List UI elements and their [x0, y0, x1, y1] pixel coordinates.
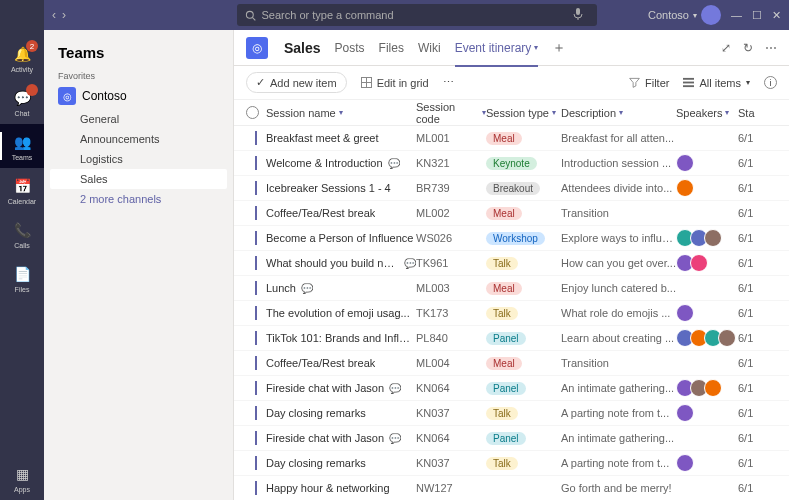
channel-2-more-channels[interactable]: 2 more channels	[44, 189, 233, 209]
add-new-item-button[interactable]: ✓ Add new item	[246, 72, 347, 93]
minimize-button[interactable]: —	[731, 9, 742, 21]
table-row[interactable]: Happy hour & networking NW127 Go forth a…	[234, 476, 789, 500]
session-type-pill: Meal	[486, 207, 522, 220]
search-input[interactable]: Search or type a command	[237, 4, 597, 26]
cmd-more-icon[interactable]: ⋯	[443, 76, 455, 89]
table-row[interactable]: Coffee/Tea/Rest break ML002 Meal Transit…	[234, 201, 789, 226]
channel-logistics[interactable]: Logistics	[44, 149, 233, 169]
search-icon	[245, 10, 256, 21]
mic-icon[interactable]	[573, 8, 589, 22]
col-session-type[interactable]: Session type▾	[486, 107, 561, 119]
filter-button[interactable]: Filter	[629, 77, 669, 89]
speakers-cell	[676, 179, 738, 197]
start-date: 6/1	[738, 382, 777, 394]
column-headers: Session name▾ Session code▾ Session type…	[234, 100, 789, 126]
session-name: Day closing remarks	[266, 407, 366, 419]
table-row[interactable]: Day closing remarks KN037 Talk A parting…	[234, 401, 789, 426]
channel-title: Sales	[284, 40, 321, 56]
org-switcher[interactable]: Contoso ▾	[648, 5, 721, 25]
chevron-down-icon: ▾	[746, 78, 750, 87]
avatar	[701, 5, 721, 25]
rail-item-apps[interactable]: ▦Apps	[0, 456, 44, 500]
session-name: Happy hour & networking	[266, 482, 390, 494]
session-name: Day closing remarks	[266, 457, 366, 469]
col-speakers[interactable]: Speakers▾	[676, 107, 738, 119]
description: Breakfast for all atten...	[561, 132, 676, 144]
search-placeholder: Search or type a command	[262, 9, 394, 21]
expand-icon[interactable]: ⤢	[721, 41, 731, 55]
edit-in-grid-button[interactable]: Edit in grid	[361, 77, 429, 89]
table-row[interactable]: Become a Person of Influence WS026 Works…	[234, 226, 789, 251]
start-date: 6/1	[738, 332, 777, 344]
tab-wiki[interactable]: Wiki	[418, 39, 441, 57]
filter-icon	[629, 77, 640, 88]
start-date: 6/1	[738, 282, 777, 294]
session-code: KN037	[416, 457, 486, 469]
rail-item-activity[interactable]: 🔔Activity2	[0, 36, 44, 80]
svg-line-1	[252, 17, 255, 20]
rail-item-teams[interactable]: 👥Teams	[0, 124, 44, 168]
table-row[interactable]: The evolution of emoji usag... TK173 Tal…	[234, 301, 789, 326]
rail-label: Calendar	[8, 198, 36, 205]
channel-sales[interactable]: Sales	[50, 169, 227, 189]
refresh-icon[interactable]: ↻	[743, 41, 753, 55]
session-code: NW127	[416, 482, 486, 494]
command-bar: ✓ Add new item Edit in grid ⋯ Filter All…	[234, 66, 789, 100]
team-header[interactable]: ◎ Contoso	[44, 83, 233, 109]
nav-forward-icon[interactable]: ›	[62, 8, 66, 22]
comment-icon: 💬	[404, 258, 416, 269]
nav-back-icon[interactable]: ‹	[52, 8, 56, 22]
table-row[interactable]: Day closing remarks KN037 Talk A parting…	[234, 451, 789, 476]
filter-label: Filter	[645, 77, 669, 89]
rail-item-calls[interactable]: 📞Calls	[0, 212, 44, 256]
session-type-pill: Breakout	[486, 182, 540, 195]
table-row[interactable]: Lunch💬 ML003 Meal Enjoy lunch catered b.…	[234, 276, 789, 301]
session-name: Coffee/Tea/Rest break	[266, 357, 375, 369]
main-content: ◎ Sales Posts Files Wiki Event itinerary…	[234, 30, 789, 500]
col-session-code[interactable]: Session code▾	[416, 101, 486, 125]
col-description[interactable]: Description▾	[561, 107, 676, 119]
tab-posts[interactable]: Posts	[335, 39, 365, 57]
table-row[interactable]: Fireside chat with Jason💬 KN064 Panel An…	[234, 376, 789, 401]
maximize-button[interactable]: ☐	[752, 9, 762, 22]
session-type-pill: Panel	[486, 432, 526, 445]
avatar	[690, 254, 708, 272]
svg-rect-4	[683, 82, 694, 84]
row-marker	[255, 431, 257, 445]
rail-item-calendar[interactable]: 📅Calendar	[0, 168, 44, 212]
rail-item-chat[interactable]: 💬Chat	[0, 80, 44, 124]
view-switcher[interactable]: All items ▾	[683, 77, 750, 89]
channel-general[interactable]: General	[44, 109, 233, 129]
col-start[interactable]: Sta	[738, 107, 777, 119]
session-code: WS026	[416, 232, 486, 244]
table-row[interactable]: Fireside chat with Jason💬 KN064 Panel An…	[234, 426, 789, 451]
session-type-pill: Panel	[486, 332, 526, 345]
col-session-name[interactable]: Session name▾	[266, 107, 416, 119]
add-tab-button[interactable]: ＋	[552, 39, 566, 57]
session-name: The evolution of emoji usag...	[266, 307, 410, 319]
table-row[interactable]: Icebreaker Sessions 1 - 4 BR739 Breakout…	[234, 176, 789, 201]
table-row[interactable]: TikTok 101: Brands and Influe... PL840 P…	[234, 326, 789, 351]
info-icon[interactable]: i	[764, 76, 777, 89]
all-items-label: All items	[699, 77, 741, 89]
titlebar: ‹ › Search or type a command Contoso ▾ —…	[44, 0, 789, 30]
session-name: Icebreaker Sessions 1 - 4	[266, 182, 391, 194]
files-icon: 📄	[12, 264, 32, 284]
table-row[interactable]: Welcome & Introduction💬 KN321 Keynote In…	[234, 151, 789, 176]
tab-event-itinerary[interactable]: Event itinerary ▾	[455, 39, 539, 57]
more-icon[interactable]: ⋯	[765, 41, 777, 55]
tab-files[interactable]: Files	[379, 39, 404, 57]
rail-label: Activity	[11, 66, 33, 73]
rail-item-files[interactable]: 📄Files	[0, 256, 44, 300]
avatar	[704, 229, 722, 247]
table-row[interactable]: Breakfast meet & greet ML001 Meal Breakf…	[234, 126, 789, 151]
comment-icon: 💬	[301, 283, 313, 294]
select-all[interactable]	[246, 106, 259, 119]
table-row[interactable]: Coffee/Tea/Rest break ML004 Meal Transit…	[234, 351, 789, 376]
tab-label: Event itinerary	[455, 41, 532, 55]
close-button[interactable]: ✕	[772, 9, 781, 22]
table-row[interactable]: What should you build next?💬 TK961 Talk …	[234, 251, 789, 276]
channel-announcements[interactable]: Announcements	[44, 129, 233, 149]
svg-rect-3	[683, 78, 694, 80]
session-code: KN064	[416, 382, 486, 394]
